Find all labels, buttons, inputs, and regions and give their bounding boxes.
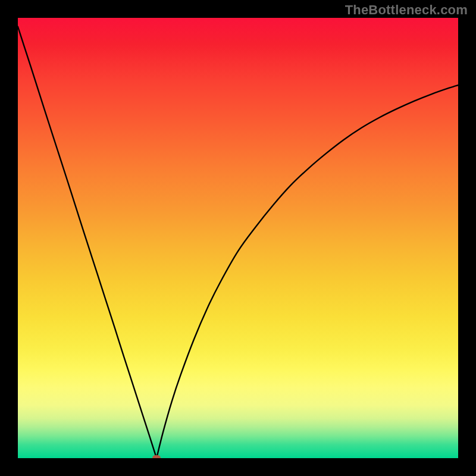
plot-area: [18, 18, 458, 458]
curve-path: [18, 27, 458, 458]
bottleneck-curve: [18, 18, 458, 458]
chart-frame: TheBottleneck.com: [0, 0, 476, 476]
optimal-point-marker: [152, 455, 161, 458]
watermark-text: TheBottleneck.com: [345, 2, 468, 18]
